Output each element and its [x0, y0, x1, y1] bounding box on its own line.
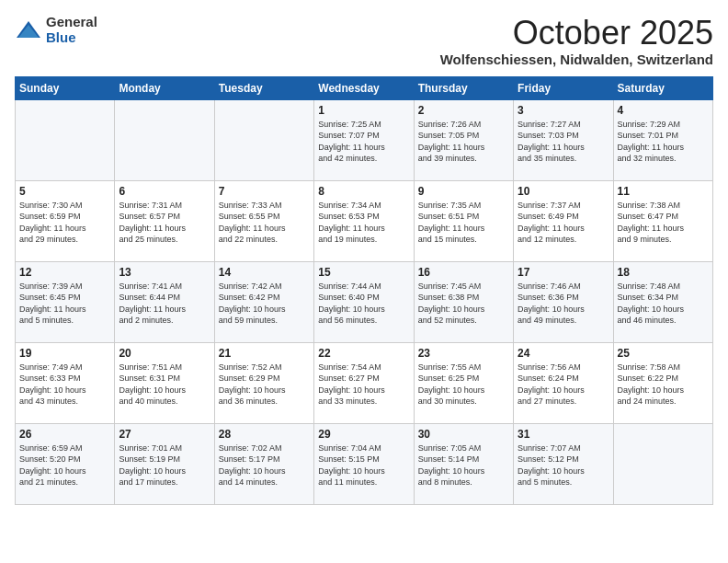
day-content: Sunrise: 7:44 AM Sunset: 6:40 PM Dayligh… [318, 281, 409, 327]
calendar-cell: 12Sunrise: 7:39 AM Sunset: 6:45 PM Dayli… [16, 261, 115, 342]
day-content: Sunrise: 7:51 AM Sunset: 6:31 PM Dayligh… [119, 362, 210, 408]
day-content: Sunrise: 7:04 AM Sunset: 5:15 PM Dayligh… [318, 442, 409, 488]
calendar-cell: 26Sunrise: 6:59 AM Sunset: 5:20 PM Dayli… [16, 423, 115, 504]
logo-icon [15, 19, 42, 41]
calendar-cell: 6Sunrise: 7:31 AM Sunset: 6:57 PM Daylig… [115, 180, 214, 261]
day-content: Sunrise: 7:05 AM Sunset: 5:14 PM Dayligh… [418, 442, 509, 488]
calendar-cell: 18Sunrise: 7:48 AM Sunset: 6:34 PM Dayli… [613, 261, 712, 342]
calendar-cell: 27Sunrise: 7:01 AM Sunset: 5:19 PM Dayli… [115, 423, 214, 504]
week-row-1: 1Sunrise: 7:25 AM Sunset: 7:07 PM Daylig… [16, 99, 713, 180]
header-row: SundayMondayTuesdayWednesdayThursdayFrid… [16, 76, 713, 99]
day-content: Sunrise: 7:58 AM Sunset: 6:22 PM Dayligh… [618, 362, 709, 408]
day-number: 8 [318, 185, 409, 198]
day-number: 16 [418, 266, 509, 279]
day-number: 11 [618, 185, 709, 198]
day-content: Sunrise: 7:35 AM Sunset: 6:51 PM Dayligh… [418, 200, 509, 246]
calendar-cell: 28Sunrise: 7:02 AM Sunset: 5:17 PM Dayli… [214, 423, 313, 504]
logo-blue: Blue [46, 30, 97, 46]
day-number: 17 [518, 266, 609, 279]
calendar-cell: 25Sunrise: 7:58 AM Sunset: 6:22 PM Dayli… [613, 342, 712, 423]
day-header-tuesday: Tuesday [214, 76, 313, 99]
calendar-cell: 17Sunrise: 7:46 AM Sunset: 6:36 PM Dayli… [514, 261, 613, 342]
day-number: 14 [219, 266, 310, 279]
day-content: Sunrise: 7:29 AM Sunset: 7:01 PM Dayligh… [618, 119, 709, 165]
day-header-sunday: Sunday [16, 76, 115, 99]
week-row-2: 5Sunrise: 7:30 AM Sunset: 6:59 PM Daylig… [16, 180, 713, 261]
calendar-cell: 9Sunrise: 7:35 AM Sunset: 6:51 PM Daylig… [414, 180, 513, 261]
day-content: Sunrise: 7:27 AM Sunset: 7:03 PM Dayligh… [518, 119, 609, 165]
day-content: Sunrise: 7:56 AM Sunset: 6:24 PM Dayligh… [518, 362, 609, 408]
calendar-cell: 13Sunrise: 7:41 AM Sunset: 6:44 PM Dayli… [115, 261, 214, 342]
day-number: 19 [19, 347, 110, 360]
calendar-table: SundayMondayTuesdayWednesdayThursdayFrid… [15, 76, 713, 505]
calendar-cell: 16Sunrise: 7:45 AM Sunset: 6:38 PM Dayli… [414, 261, 513, 342]
calendar-cell: 15Sunrise: 7:44 AM Sunset: 6:40 PM Dayli… [314, 261, 414, 342]
day-content: Sunrise: 7:41 AM Sunset: 6:44 PM Dayligh… [119, 281, 210, 327]
day-number: 12 [19, 266, 110, 279]
day-content: Sunrise: 6:59 AM Sunset: 5:20 PM Dayligh… [19, 442, 110, 488]
logo-text: General Blue [46, 15, 97, 45]
day-header-thursday: Thursday [414, 76, 513, 99]
month-title: October 2025 [440, 15, 713, 52]
week-row-5: 26Sunrise: 6:59 AM Sunset: 5:20 PM Dayli… [16, 423, 713, 504]
day-content: Sunrise: 7:01 AM Sunset: 5:19 PM Dayligh… [119, 442, 210, 488]
logo: General Blue [15, 15, 97, 45]
day-number: 21 [219, 347, 310, 360]
calendar-cell: 22Sunrise: 7:54 AM Sunset: 6:27 PM Dayli… [314, 342, 414, 423]
day-number: 22 [318, 347, 409, 360]
calendar-cell: 20Sunrise: 7:51 AM Sunset: 6:31 PM Dayli… [115, 342, 214, 423]
week-row-4: 19Sunrise: 7:49 AM Sunset: 6:33 PM Dayli… [16, 342, 713, 423]
day-content: Sunrise: 7:39 AM Sunset: 6:45 PM Dayligh… [19, 281, 110, 327]
day-number: 28 [219, 428, 310, 441]
day-content: Sunrise: 7:37 AM Sunset: 6:49 PM Dayligh… [518, 200, 609, 246]
day-header-friday: Friday [514, 76, 613, 99]
logo-general: General [46, 15, 97, 30]
day-number: 13 [119, 266, 210, 279]
day-content: Sunrise: 7:26 AM Sunset: 7:05 PM Dayligh… [418, 119, 509, 165]
day-number: 31 [518, 428, 609, 441]
day-number: 24 [518, 347, 609, 360]
day-content: Sunrise: 7:48 AM Sunset: 6:34 PM Dayligh… [618, 281, 709, 327]
day-number: 25 [618, 347, 709, 360]
day-content: Sunrise: 7:31 AM Sunset: 6:57 PM Dayligh… [119, 200, 210, 246]
day-content: Sunrise: 7:49 AM Sunset: 6:33 PM Dayligh… [19, 362, 110, 408]
calendar-cell: 23Sunrise: 7:55 AM Sunset: 6:25 PM Dayli… [414, 342, 513, 423]
day-number: 29 [318, 428, 409, 441]
calendar-cell: 30Sunrise: 7:05 AM Sunset: 5:14 PM Dayli… [414, 423, 513, 504]
day-number: 26 [19, 428, 110, 441]
day-number: 1 [318, 104, 409, 117]
day-content: Sunrise: 7:45 AM Sunset: 6:38 PM Dayligh… [418, 281, 509, 327]
calendar-cell [613, 423, 712, 504]
day-number: 7 [219, 185, 310, 198]
day-number: 20 [119, 347, 210, 360]
day-header-wednesday: Wednesday [314, 76, 414, 99]
calendar-cell [214, 99, 313, 180]
calendar-cell [115, 99, 214, 180]
day-header-monday: Monday [115, 76, 214, 99]
day-content: Sunrise: 7:33 AM Sunset: 6:55 PM Dayligh… [219, 200, 310, 246]
day-content: Sunrise: 7:42 AM Sunset: 6:42 PM Dayligh… [219, 281, 310, 327]
calendar-cell: 24Sunrise: 7:56 AM Sunset: 6:24 PM Dayli… [514, 342, 613, 423]
day-number: 5 [19, 185, 110, 198]
day-content: Sunrise: 7:34 AM Sunset: 6:53 PM Dayligh… [318, 200, 409, 246]
week-row-3: 12Sunrise: 7:39 AM Sunset: 6:45 PM Dayli… [16, 261, 713, 342]
day-number: 18 [618, 266, 709, 279]
calendar-cell: 5Sunrise: 7:30 AM Sunset: 6:59 PM Daylig… [16, 180, 115, 261]
day-content: Sunrise: 7:25 AM Sunset: 7:07 PM Dayligh… [318, 119, 409, 165]
calendar-cell: 19Sunrise: 7:49 AM Sunset: 6:33 PM Dayli… [16, 342, 115, 423]
day-content: Sunrise: 7:54 AM Sunset: 6:27 PM Dayligh… [318, 362, 409, 408]
day-content: Sunrise: 7:30 AM Sunset: 6:59 PM Dayligh… [19, 200, 110, 246]
day-number: 4 [618, 104, 709, 117]
day-number: 23 [418, 347, 509, 360]
title-block: October 2025 Wolfenschiessen, Nidwalden,… [440, 15, 713, 67]
day-number: 30 [418, 428, 509, 441]
day-content: Sunrise: 7:55 AM Sunset: 6:25 PM Dayligh… [418, 362, 509, 408]
day-content: Sunrise: 7:38 AM Sunset: 6:47 PM Dayligh… [618, 200, 709, 246]
day-content: Sunrise: 7:46 AM Sunset: 6:36 PM Dayligh… [518, 281, 609, 327]
day-number: 10 [518, 185, 609, 198]
calendar-cell: 3Sunrise: 7:27 AM Sunset: 7:03 PM Daylig… [514, 99, 613, 180]
calendar-cell [16, 99, 115, 180]
page-header: General Blue October 2025 Wolfenschiesse… [15, 15, 713, 67]
calendar-cell: 8Sunrise: 7:34 AM Sunset: 6:53 PM Daylig… [314, 180, 414, 261]
day-number: 2 [418, 104, 509, 117]
